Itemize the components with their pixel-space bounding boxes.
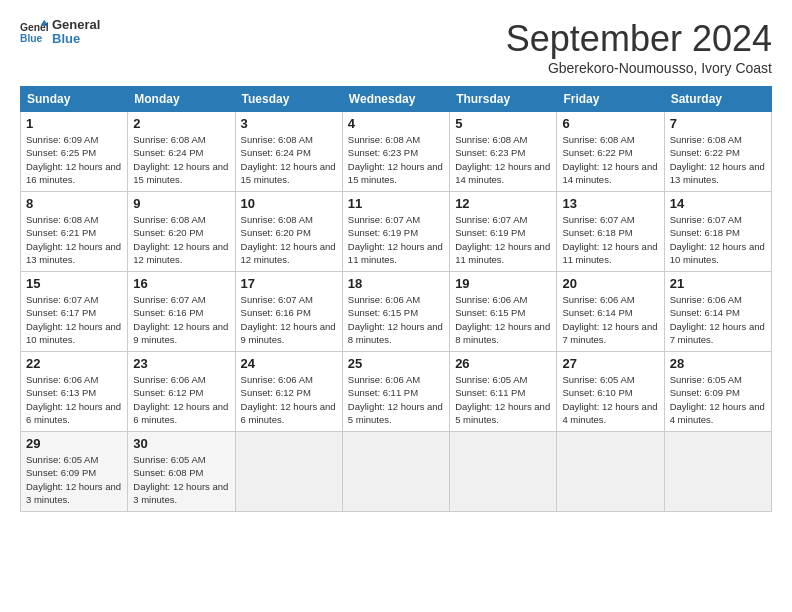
calendar-cell: 8Sunrise: 6:08 AMSunset: 6:21 PMDaylight… — [21, 192, 128, 272]
day-info: Sunrise: 6:08 AMSunset: 6:22 PMDaylight:… — [562, 133, 658, 186]
calendar-cell: 27Sunrise: 6:05 AMSunset: 6:10 PMDayligh… — [557, 352, 664, 432]
day-info: Sunrise: 6:05 AMSunset: 6:10 PMDaylight:… — [562, 373, 658, 426]
day-info: Sunrise: 6:08 AMSunset: 6:23 PMDaylight:… — [455, 133, 551, 186]
day-info: Sunrise: 6:08 AMSunset: 6:24 PMDaylight:… — [133, 133, 229, 186]
day-number: 28 — [670, 356, 766, 371]
week-row-1: 1Sunrise: 6:09 AMSunset: 6:25 PMDaylight… — [21, 112, 772, 192]
logo-blue: Blue — [52, 32, 100, 46]
day-number: 15 — [26, 276, 122, 291]
day-number: 26 — [455, 356, 551, 371]
day-info: Sunrise: 6:06 AMSunset: 6:12 PMDaylight:… — [241, 373, 337, 426]
calendar-cell: 14Sunrise: 6:07 AMSunset: 6:18 PMDayligh… — [664, 192, 771, 272]
day-info: Sunrise: 6:06 AMSunset: 6:12 PMDaylight:… — [133, 373, 229, 426]
svg-text:Blue: Blue — [20, 34, 43, 45]
day-info: Sunrise: 6:07 AMSunset: 6:18 PMDaylight:… — [670, 213, 766, 266]
day-number: 1 — [26, 116, 122, 131]
day-number: 4 — [348, 116, 444, 131]
day-number: 21 — [670, 276, 766, 291]
day-number: 17 — [241, 276, 337, 291]
day-number: 6 — [562, 116, 658, 131]
day-info: Sunrise: 6:05 AMSunset: 6:11 PMDaylight:… — [455, 373, 551, 426]
weekday-wednesday: Wednesday — [342, 87, 449, 112]
day-info: Sunrise: 6:06 AMSunset: 6:11 PMDaylight:… — [348, 373, 444, 426]
day-number: 7 — [670, 116, 766, 131]
weekday-saturday: Saturday — [664, 87, 771, 112]
calendar-cell: 23Sunrise: 6:06 AMSunset: 6:12 PMDayligh… — [128, 352, 235, 432]
day-info: Sunrise: 6:07 AMSunset: 6:18 PMDaylight:… — [562, 213, 658, 266]
calendar-cell: 30Sunrise: 6:05 AMSunset: 6:08 PMDayligh… — [128, 432, 235, 512]
calendar-cell: 20Sunrise: 6:06 AMSunset: 6:14 PMDayligh… — [557, 272, 664, 352]
day-info: Sunrise: 6:05 AMSunset: 6:08 PMDaylight:… — [133, 453, 229, 506]
day-number: 13 — [562, 196, 658, 211]
day-info: Sunrise: 6:08 AMSunset: 6:24 PMDaylight:… — [241, 133, 337, 186]
day-number: 14 — [670, 196, 766, 211]
day-number: 30 — [133, 436, 229, 451]
calendar-cell — [664, 432, 771, 512]
calendar-cell: 12Sunrise: 6:07 AMSunset: 6:19 PMDayligh… — [450, 192, 557, 272]
weekday-tuesday: Tuesday — [235, 87, 342, 112]
logo: General Blue General Blue — [20, 18, 100, 47]
day-info: Sunrise: 6:08 AMSunset: 6:23 PMDaylight:… — [348, 133, 444, 186]
calendar-table: SundayMondayTuesdayWednesdayThursdayFrid… — [20, 86, 772, 512]
day-info: Sunrise: 6:07 AMSunset: 6:17 PMDaylight:… — [26, 293, 122, 346]
day-number: 23 — [133, 356, 229, 371]
day-number: 2 — [133, 116, 229, 131]
day-number: 12 — [455, 196, 551, 211]
calendar-cell: 26Sunrise: 6:05 AMSunset: 6:11 PMDayligh… — [450, 352, 557, 432]
day-info: Sunrise: 6:08 AMSunset: 6:20 PMDaylight:… — [133, 213, 229, 266]
day-number: 24 — [241, 356, 337, 371]
day-info: Sunrise: 6:07 AMSunset: 6:19 PMDaylight:… — [348, 213, 444, 266]
weekday-sunday: Sunday — [21, 87, 128, 112]
calendar-cell — [557, 432, 664, 512]
day-number: 16 — [133, 276, 229, 291]
day-number: 25 — [348, 356, 444, 371]
location-title: Gberekoro-Noumousso, Ivory Coast — [506, 60, 772, 76]
day-number: 3 — [241, 116, 337, 131]
day-info: Sunrise: 6:05 AMSunset: 6:09 PMDaylight:… — [670, 373, 766, 426]
calendar-cell: 11Sunrise: 6:07 AMSunset: 6:19 PMDayligh… — [342, 192, 449, 272]
day-number: 10 — [241, 196, 337, 211]
day-info: Sunrise: 6:08 AMSunset: 6:21 PMDaylight:… — [26, 213, 122, 266]
day-info: Sunrise: 6:07 AMSunset: 6:16 PMDaylight:… — [241, 293, 337, 346]
calendar-cell: 28Sunrise: 6:05 AMSunset: 6:09 PMDayligh… — [664, 352, 771, 432]
day-info: Sunrise: 6:09 AMSunset: 6:25 PMDaylight:… — [26, 133, 122, 186]
day-info: Sunrise: 6:08 AMSunset: 6:22 PMDaylight:… — [670, 133, 766, 186]
calendar-cell: 24Sunrise: 6:06 AMSunset: 6:12 PMDayligh… — [235, 352, 342, 432]
calendar-cell: 1Sunrise: 6:09 AMSunset: 6:25 PMDaylight… — [21, 112, 128, 192]
day-number: 22 — [26, 356, 122, 371]
calendar-cell: 4Sunrise: 6:08 AMSunset: 6:23 PMDaylight… — [342, 112, 449, 192]
day-info: Sunrise: 6:06 AMSunset: 6:13 PMDaylight:… — [26, 373, 122, 426]
day-info: Sunrise: 6:06 AMSunset: 6:15 PMDaylight:… — [455, 293, 551, 346]
calendar-cell: 25Sunrise: 6:06 AMSunset: 6:11 PMDayligh… — [342, 352, 449, 432]
weekday-header-row: SundayMondayTuesdayWednesdayThursdayFrid… — [21, 87, 772, 112]
day-number: 11 — [348, 196, 444, 211]
day-info: Sunrise: 6:07 AMSunset: 6:16 PMDaylight:… — [133, 293, 229, 346]
calendar-cell: 5Sunrise: 6:08 AMSunset: 6:23 PMDaylight… — [450, 112, 557, 192]
header: General Blue General Blue September 2024… — [20, 18, 772, 76]
week-row-5: 29Sunrise: 6:05 AMSunset: 6:09 PMDayligh… — [21, 432, 772, 512]
day-number: 29 — [26, 436, 122, 451]
calendar-cell: 3Sunrise: 6:08 AMSunset: 6:24 PMDaylight… — [235, 112, 342, 192]
calendar-cell: 29Sunrise: 6:05 AMSunset: 6:09 PMDayligh… — [21, 432, 128, 512]
page: General Blue General Blue September 2024… — [0, 0, 792, 612]
calendar-cell — [342, 432, 449, 512]
calendar-cell: 15Sunrise: 6:07 AMSunset: 6:17 PMDayligh… — [21, 272, 128, 352]
calendar-cell: 18Sunrise: 6:06 AMSunset: 6:15 PMDayligh… — [342, 272, 449, 352]
day-number: 18 — [348, 276, 444, 291]
day-number: 5 — [455, 116, 551, 131]
calendar-cell: 2Sunrise: 6:08 AMSunset: 6:24 PMDaylight… — [128, 112, 235, 192]
calendar-cell: 17Sunrise: 6:07 AMSunset: 6:16 PMDayligh… — [235, 272, 342, 352]
calendar-cell: 19Sunrise: 6:06 AMSunset: 6:15 PMDayligh… — [450, 272, 557, 352]
weekday-friday: Friday — [557, 87, 664, 112]
week-row-4: 22Sunrise: 6:06 AMSunset: 6:13 PMDayligh… — [21, 352, 772, 432]
day-info: Sunrise: 6:06 AMSunset: 6:15 PMDaylight:… — [348, 293, 444, 346]
day-number: 9 — [133, 196, 229, 211]
day-info: Sunrise: 6:05 AMSunset: 6:09 PMDaylight:… — [26, 453, 122, 506]
day-info: Sunrise: 6:06 AMSunset: 6:14 PMDaylight:… — [670, 293, 766, 346]
day-info: Sunrise: 6:07 AMSunset: 6:19 PMDaylight:… — [455, 213, 551, 266]
calendar-cell — [450, 432, 557, 512]
calendar-body: 1Sunrise: 6:09 AMSunset: 6:25 PMDaylight… — [21, 112, 772, 512]
day-number: 20 — [562, 276, 658, 291]
logo-general: General — [52, 18, 100, 32]
calendar-cell: 6Sunrise: 6:08 AMSunset: 6:22 PMDaylight… — [557, 112, 664, 192]
